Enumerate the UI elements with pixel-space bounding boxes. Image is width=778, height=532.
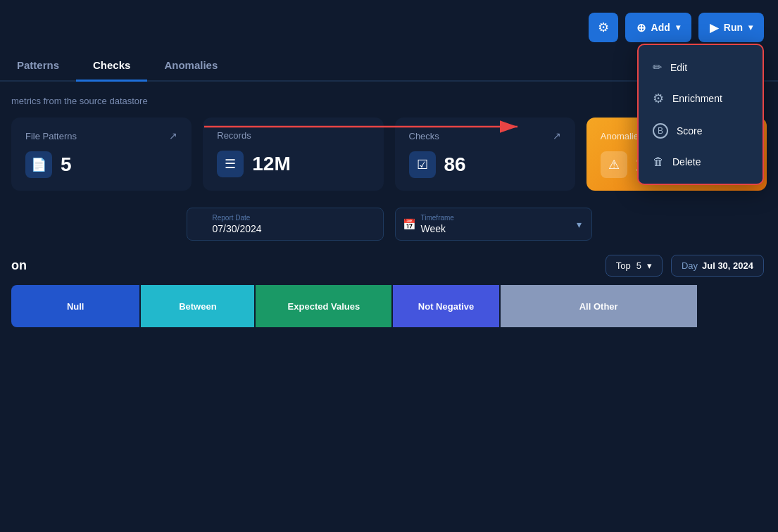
file-patterns-value-row: 📄 5 [25,151,177,178]
report-date-input[interactable]: Report Date 07/30/2024 [187,208,384,241]
timeframe-calendar-icon: 📅 [403,218,416,231]
checks-value-row: ☑ 86 [409,151,561,178]
file-patterns-arrow-icon[interactable]: ↗ [169,130,177,141]
run-label: Run [724,22,743,33]
records-value: 12M [252,153,290,175]
top-controls: Top 5 ▾ Day Jul 30, 2024 [606,255,764,277]
checks-value: 86 [444,153,466,176]
bar-segment-between[interactable]: Between [141,285,254,327]
section-header-row: on Top 5 ▾ Day Jul 30, 2024 [11,255,767,277]
checks-icon: ☑ [409,151,436,178]
records-value-row: ☰ 12M [217,151,369,177]
menu-item-delete[interactable]: 🗑 Delete [639,147,763,177]
top-chevron-icon: ▾ [647,260,652,271]
report-date-label: Report Date [213,214,373,222]
timeframe-chevron-icon: ▾ [577,219,582,230]
run-button[interactable]: ▶ Run ▾ [698,13,764,42]
delete-icon: 🗑 [653,156,664,168]
red-arrow-indicator [197,109,535,144]
timeframe-select-inner: Timeframe Week [421,214,577,234]
dropdown-menu: ✏ Edit ⚙ Enrichment B Score 🗑 Delete [637,44,764,185]
bar-segment-not-negative[interactable]: Not Negative [393,285,498,327]
report-date-wrapper: 📅 Report Date 07/30/2024 [187,208,384,241]
bar-segment-null[interactable]: Null [11,285,139,327]
gear-button[interactable]: ⚙ [589,13,618,42]
bar-not-negative-label: Not Negative [418,301,474,312]
add-label: Add [651,22,670,33]
metric-card-file-patterns: File Patterns ↗ 📄 5 [11,118,192,191]
tab-patterns[interactable]: Patterns [0,51,76,82]
edit-label: Edit [670,62,687,73]
add-chevron-icon: ▾ [676,23,680,32]
timeframe-label: Timeframe [421,214,577,222]
score-label: Score [677,125,703,137]
run-chevron-icon: ▾ [748,23,753,32]
top-select-button[interactable]: Top 5 ▾ [606,255,663,277]
enrichment-label: Enrichment [672,93,722,104]
bar-chart: Null Between Expected Values Not Negativ… [11,285,767,327]
day-label: Day [682,260,698,271]
score-icon: B [653,123,668,139]
delete-label: Delete [672,156,701,167]
top-value: 5 [636,260,641,271]
timeframe-value: Week [421,223,446,234]
top-label: Top [616,260,631,271]
enrichment-icon: ⚙ [653,91,664,106]
menu-item-edit[interactable]: ✏ Edit [639,52,763,82]
bar-between-label: Between [179,301,216,312]
filter-row: 📅 Report Date 07/30/2024 📅 Timeframe Wee… [11,208,767,241]
edit-icon: ✏ [653,61,662,74]
tab-checks[interactable]: Checks [76,51,147,82]
tab-anomalies[interactable]: Anomalies [147,51,234,82]
bar-expected-label: Expected Values [288,301,360,312]
menu-item-score[interactable]: B Score [639,115,763,147]
section-label: on [11,258,606,273]
file-patterns-value: 5 [61,153,72,176]
bar-segment-all-other[interactable]: All Other [501,285,697,327]
day-badge: Day Jul 30, 2024 [671,255,764,277]
timeframe-select[interactable]: 📅 Timeframe Week ▾ [395,208,592,241]
bar-null-label: Null [67,301,84,312]
metric-title-file-patterns: File Patterns ↗ [25,130,177,141]
bar-segment-expected-values[interactable]: Expected Values [256,285,391,327]
add-button[interactable]: ⊕ Add ▾ [625,13,691,42]
menu-item-enrichment[interactable]: ⚙ Enrichment [639,82,763,115]
records-icon: ☰ [217,151,244,177]
bar-all-other-label: All Other [579,301,618,312]
anomalies-icon: ⚠ [601,151,627,178]
checks-arrow-icon[interactable]: ↗ [553,130,561,141]
date-value: Jul 30, 2024 [702,260,753,271]
report-date-value: 07/30/2024 [213,223,262,234]
file-patterns-icon: 📄 [25,151,52,178]
